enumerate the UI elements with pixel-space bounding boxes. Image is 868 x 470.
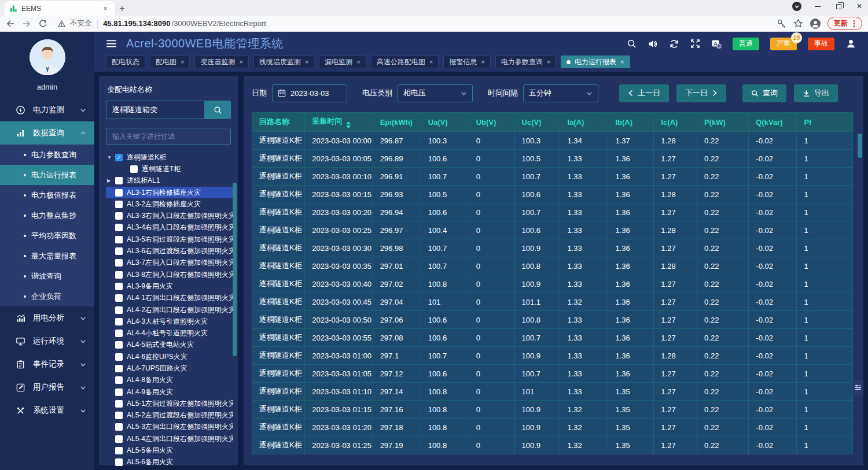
new-tab-button[interactable]: + [115,1,130,16]
checkbox-unchecked[interactable] [115,330,123,337]
close-button[interactable]: × [854,1,865,12]
kebab-menu-icon[interactable] [850,20,858,28]
tree-item[interactable]: AL3-1右洞检修插座火灾 [106,187,233,198]
tab-close-icon[interactable]: × [101,4,110,13]
alarm-normal-button[interactable]: 普通 [733,38,759,50]
tree-item[interactable]: AL4-5箱式变电站火灾 [106,339,233,351]
checkbox-unchecked[interactable] [115,365,123,372]
alarm-accident-button[interactable]: 事故 [808,38,834,50]
caret-right-icon[interactable]: ▶ [107,178,115,183]
user-icon[interactable] [845,38,856,49]
tree-filter-input[interactable]: 输入关键字进行过滤 [106,128,231,145]
sidebar-subitem-电力参数查询[interactable]: 电力参数查询 [0,145,94,165]
checkbox-unchecked[interactable] [115,259,123,267]
tree-item[interactable]: ▶进线柜AL1 [106,175,233,187]
tab-close-icon[interactable]: × [620,58,624,65]
settings-drawer-handle[interactable] [852,380,863,395]
address-bar[interactable]: 不安全 | 45.81.195.134:8090/3000WEBV2/Elect… [53,18,771,28]
profile-avatar-icon[interactable] [810,18,821,29]
sidebar-item-系统设置[interactable]: 系统设置 [0,399,94,422]
tree-item[interactable]: AL4-2右洞出口段右侧加强照明火灾 [106,304,233,316]
checkbox-unchecked[interactable] [115,376,123,384]
checkbox-unchecked[interactable] [115,201,123,208]
checkbox-unchecked[interactable] [115,283,123,290]
tab-close-icon[interactable]: × [481,58,484,65]
tab-close-icon[interactable]: × [429,58,433,65]
fullscreen-icon[interactable] [690,39,700,49]
tab-配电状态[interactable]: 配电状态 [106,55,145,68]
tree-item[interactable]: AL4-1右洞出口段左侧加强照明火灾 [106,293,233,304]
tab-报警信息[interactable]: 报警信息× [443,55,490,68]
key-icon[interactable] [777,18,786,28]
checkbox-unchecked[interactable] [115,412,123,419]
checkbox-unchecked[interactable] [115,247,123,255]
speaker-icon[interactable] [648,39,658,49]
voltage-type-select[interactable]: 相电压 [398,84,473,102]
tab-高速公路配电图[interactable]: 高速公路配电图× [371,55,439,68]
sidebar-item-运行环境[interactable]: 运行环境 [0,330,94,353]
tab-close-icon[interactable]: × [547,58,550,65]
tab-close-icon[interactable]: × [181,58,184,65]
checkbox-unchecked[interactable] [115,212,123,220]
translate-icon[interactable]: A文 [711,39,722,49]
sidebar-item-电力监测[interactable]: 电力监测 [0,98,94,121]
checkbox-unchecked[interactable] [115,353,123,361]
tree-item[interactable]: AL3-5右洞过渡段左侧加强照明火灾 [106,234,233,245]
export-button[interactable]: 导出 [794,84,838,102]
forward-icon[interactable] [22,19,31,28]
sidebar-subitem-最大需量报表[interactable]: 最大需量报表 [0,246,94,266]
minimize-button[interactable] [812,1,823,12]
tree-item[interactable]: AL3-2左洞检修插座火灾 [106,198,233,210]
search-icon[interactable] [627,39,637,49]
tab-close-icon[interactable]: × [239,58,242,65]
next-day-button[interactable]: 下一日 [676,84,726,102]
tree-item[interactable]: AL3-4右洞入口段右侧加强照明火灾 [106,222,233,234]
checkbox-unchecked[interactable] [115,224,123,231]
restore-button[interactable] [833,1,844,12]
tree-item[interactable]: AL3-9备用火灾 [106,280,233,292]
column-header-采集时间[interactable]: 采集时间 [305,113,373,132]
tree-scrollbar-thumb[interactable] [233,183,237,356]
checkbox-unchecked[interactable] [115,306,123,314]
tree-item[interactable]: AL3-6右洞过渡段右侧加强照明火灾 [106,245,233,257]
checkbox-unchecked[interactable] [115,458,123,466]
sidebar-subitem-谐波查询[interactable]: 谐波查询 [0,266,94,286]
refresh-icon[interactable] [38,19,47,28]
tab-电力参数查询[interactable]: 电力参数查询× [495,55,556,68]
bookmark-star-icon[interactable] [793,18,803,28]
checkbox-unchecked[interactable] [115,388,123,396]
caret-down-icon[interactable]: ▼ [107,155,115,160]
checkbox-unchecked[interactable] [115,294,123,302]
sidebar-item-数据查询[interactable]: 数据查询 [0,121,94,145]
sort-icon[interactable] [346,121,351,128]
tab-变压器监测[interactable]: 变压器监测× [194,55,248,68]
tree-item[interactable]: AL4-9备用火灾 [106,386,233,398]
tree-item[interactable]: ▼✓逐桐隧道K柜 [106,151,233,163]
tree-item[interactable]: AL4-8备用火灾 [106,375,233,386]
checkbox-unchecked[interactable] [115,189,123,197]
checkbox-unchecked[interactable] [130,165,138,173]
tree-item[interactable]: AL3-7左洞入口段左侧加强照明火灾 [106,257,233,269]
tab-线缆温度监测[interactable]: 线缆温度监测× [253,55,314,68]
tree-item[interactable]: AL3-3右洞入口段左侧加强照明火灾 [106,210,233,221]
checkbox-unchecked[interactable] [115,423,123,431]
sidebar-item-事件记录[interactable]: 事件记录 [0,353,94,376]
tab-close-icon[interactable]: × [356,58,360,65]
sync-icon[interactable] [669,39,679,49]
table-scrollbar-thumb[interactable] [858,134,862,158]
checkbox-unchecked[interactable] [115,435,123,443]
checkbox-unchecked[interactable] [115,318,123,325]
station-search-input[interactable]: 逐桐隧道箱变 [106,101,204,119]
checkbox-unchecked[interactable] [115,236,123,243]
alarm-severe-button[interactable]: 严重 19 [770,38,797,50]
tab-配电图[interactable]: 配电图× [150,55,190,68]
tree-item[interactable]: AL4-7UPS回路火灾 [106,362,233,374]
tree-item[interactable]: AL4-6监控UPS火灾 [106,351,233,362]
checkbox-unchecked[interactable] [115,341,123,349]
sidebar-item-用户报告[interactable]: 用户报告 [0,376,94,399]
sidebar-subitem-电力整点集抄[interactable]: 电力整点集抄 [0,205,94,225]
sidebar-subitem-电力极值报表[interactable]: 电力极值报表 [0,185,94,205]
tree-item[interactable]: AL4-4小桩号引道照明火灾 [106,327,233,339]
station-search-button[interactable] [204,101,231,119]
checkbox-unchecked[interactable] [115,177,123,184]
